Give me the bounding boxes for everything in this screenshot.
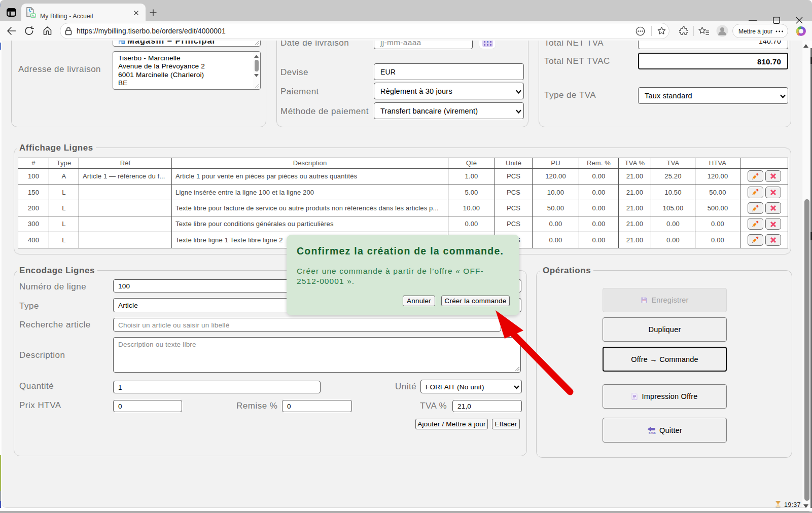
svg-text:BACK: BACK xyxy=(649,432,656,434)
